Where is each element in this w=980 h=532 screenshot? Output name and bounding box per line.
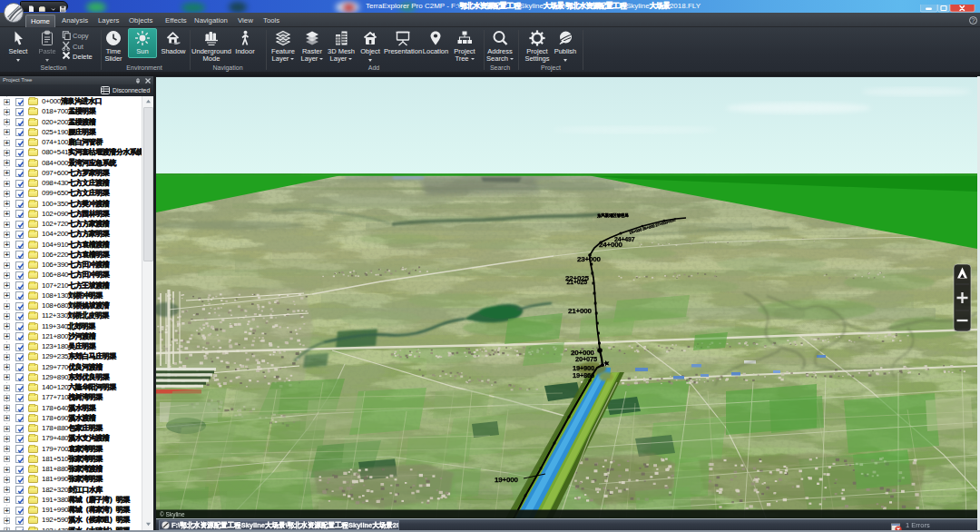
svg-text:21+000: 21+000	[568, 307, 592, 315]
svg-text:24+497: 24+497	[614, 236, 635, 242]
svg-text:19+866: 19+866	[573, 371, 594, 379]
svg-text:23+000: 23+000	[577, 255, 601, 263]
svg-text:21+025: 21+025	[567, 279, 588, 285]
svg-text:东风渠灌区管理局: 东风渠灌区管理局	[596, 212, 629, 219]
svg-text:19+000: 19+000	[495, 476, 518, 484]
svg-text:© Skyline: © Skyline	[160, 511, 185, 518]
svg-text:20+075: 20+075	[575, 355, 597, 363]
